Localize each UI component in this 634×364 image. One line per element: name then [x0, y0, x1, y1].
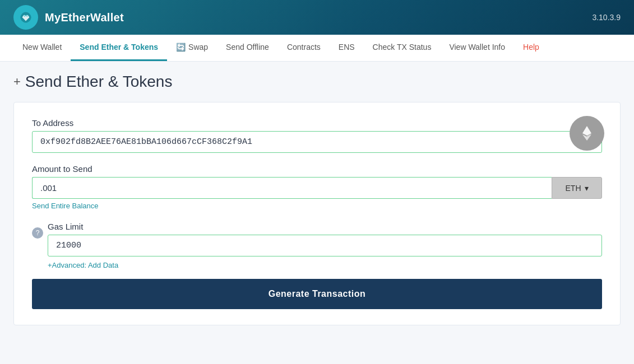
- amount-label: Amount to Send: [32, 164, 602, 174]
- page-title: Send Ether & Tokens: [25, 73, 173, 91]
- nav-swap[interactable]: 🔄 Swap: [167, 35, 217, 61]
- gas-limit-group: ? Gas Limit +Advanced: Add Data: [32, 222, 602, 270]
- gas-content: Gas Limit +Advanced: Add Data: [48, 222, 602, 270]
- swap-icon: 🔄: [176, 43, 186, 52]
- amount-row: ETH ▾: [32, 177, 602, 199]
- nav-ens[interactable]: ENS: [330, 35, 364, 61]
- app-header: MyEtherWallet 3.10.3.9: [0, 0, 634, 35]
- main-nav: New Wallet Send Ether & Tokens 🔄 Swap Se…: [0, 35, 634, 62]
- plus-icon: +: [13, 74, 21, 89]
- dropdown-arrow-icon: ▾: [585, 184, 589, 193]
- amount-input[interactable]: [32, 177, 552, 199]
- nav-send-offline[interactable]: Send Offline: [217, 35, 278, 61]
- generate-transaction-button[interactable]: Generate Transaction: [32, 279, 602, 309]
- gas-limit-input[interactable]: [48, 235, 602, 256]
- send-form-card: To Address Amount to Send ETH ▾ Send Ent…: [13, 102, 621, 325]
- gas-help-icon[interactable]: ?: [32, 227, 43, 239]
- nav-contracts[interactable]: Contracts: [278, 35, 330, 61]
- nav-swap-label: Swap: [188, 43, 208, 52]
- to-address-group: To Address: [32, 118, 602, 153]
- app-logo: [13, 5, 38, 30]
- nav-view-wallet[interactable]: View Wallet Info: [440, 35, 514, 61]
- nav-send-ether[interactable]: Send Ether & Tokens: [71, 35, 167, 61]
- to-address-label: To Address: [32, 118, 602, 128]
- token-label: ETH: [566, 184, 581, 193]
- nav-check-tx[interactable]: Check TX Status: [364, 35, 441, 61]
- header-left: MyEtherWallet: [13, 5, 124, 30]
- token-dropdown[interactable]: ETH ▾: [552, 177, 602, 199]
- to-address-input[interactable]: [32, 131, 602, 153]
- version-label: 3.10.3.9: [592, 13, 621, 22]
- gas-limit-label: Gas Limit: [48, 222, 602, 231]
- page-title-row: + Send Ether & Tokens: [13, 73, 621, 91]
- advanced-link[interactable]: +Advanced: Add Data: [48, 261, 118, 269]
- app-name: MyEtherWallet: [45, 11, 124, 24]
- nav-help[interactable]: Help: [514, 35, 548, 61]
- send-entire-balance-link[interactable]: Send Entire Balance: [32, 202, 99, 210]
- main-content: + Send Ether & Tokens To Address Amount …: [0, 62, 634, 337]
- nav-new-wallet[interactable]: New Wallet: [13, 35, 71, 61]
- eth-logo: [570, 116, 604, 151]
- amount-group: Amount to Send ETH ▾ Send Entire Balance: [32, 164, 602, 211]
